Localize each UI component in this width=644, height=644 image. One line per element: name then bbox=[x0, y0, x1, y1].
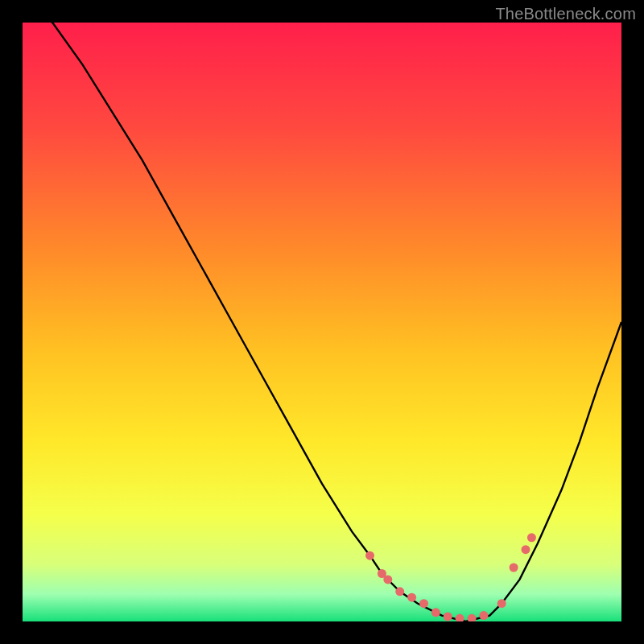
data-point bbox=[527, 533, 536, 542]
chart-frame: TheBottleneck.com bbox=[0, 0, 644, 644]
data-point bbox=[407, 593, 416, 602]
plot-area bbox=[23, 23, 621, 621]
watermark-text: TheBottleneck.com bbox=[495, 5, 636, 23]
data-point bbox=[479, 611, 488, 620]
data-point bbox=[395, 587, 404, 596]
data-point bbox=[522, 545, 530, 554]
data-point bbox=[383, 575, 392, 584]
data-point bbox=[431, 608, 440, 617]
chart-svg bbox=[23, 23, 621, 621]
data-point bbox=[510, 564, 518, 572]
data-point bbox=[497, 599, 506, 608]
data-point bbox=[419, 599, 428, 608]
data-point bbox=[365, 551, 374, 560]
data-point bbox=[444, 613, 452, 621]
